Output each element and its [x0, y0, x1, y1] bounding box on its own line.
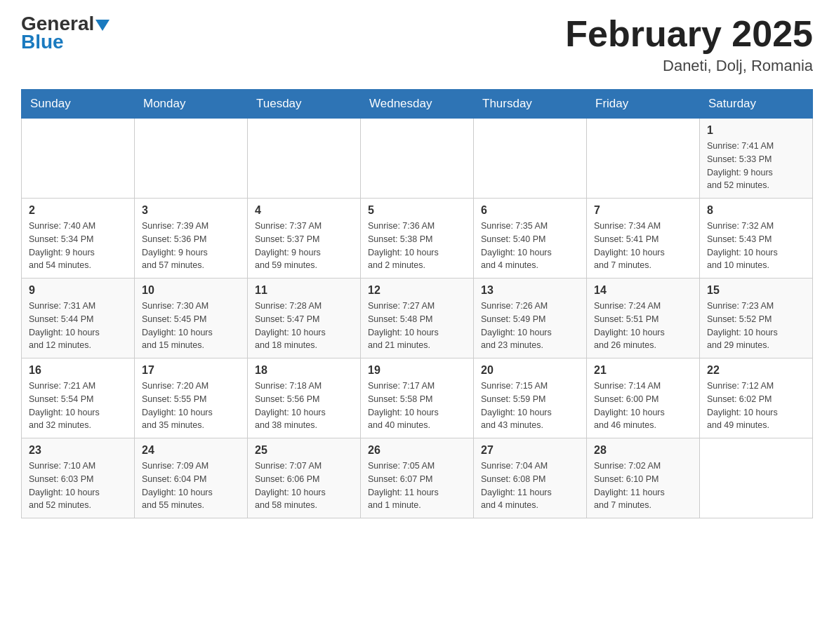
day-info: Sunrise: 7:21 AM Sunset: 5:54 PM Dayligh…	[29, 380, 127, 432]
calendar-row-3: 16Sunrise: 7:21 AM Sunset: 5:54 PM Dayli…	[22, 358, 813, 438]
day-number: 6	[481, 204, 579, 217]
day-info: Sunrise: 7:36 AM Sunset: 5:38 PM Dayligh…	[368, 220, 466, 272]
calendar-cell: 4Sunrise: 7:37 AM Sunset: 5:37 PM Daylig…	[248, 199, 361, 279]
day-number: 13	[481, 284, 579, 297]
day-number: 16	[29, 364, 127, 377]
day-number: 23	[29, 444, 127, 457]
day-number: 14	[594, 284, 692, 297]
calendar-cell: 10Sunrise: 7:30 AM Sunset: 5:45 PM Dayli…	[135, 279, 248, 358]
logo-area: General Blue	[21, 14, 110, 53]
weekday-header-wednesday: Wednesday	[361, 90, 474, 119]
day-info: Sunrise: 7:30 AM Sunset: 5:45 PM Dayligh…	[142, 300, 240, 352]
calendar-cell: 14Sunrise: 7:24 AM Sunset: 5:51 PM Dayli…	[587, 279, 700, 358]
day-info: Sunrise: 7:35 AM Sunset: 5:40 PM Dayligh…	[481, 220, 579, 272]
day-number: 2	[29, 204, 127, 217]
day-info: Sunrise: 7:39 AM Sunset: 5:36 PM Dayligh…	[142, 220, 240, 272]
calendar-row-0: 1Sunrise: 7:41 AM Sunset: 5:33 PM Daylig…	[22, 119, 813, 199]
day-info: Sunrise: 7:40 AM Sunset: 5:34 PM Dayligh…	[29, 220, 127, 272]
calendar-cell: 21Sunrise: 7:14 AM Sunset: 6:00 PM Dayli…	[587, 358, 700, 438]
day-number: 8	[707, 204, 805, 217]
day-number: 28	[594, 444, 692, 457]
weekday-header-row: SundayMondayTuesdayWednesdayThursdayFrid…	[22, 90, 813, 119]
day-info: Sunrise: 7:17 AM Sunset: 5:58 PM Dayligh…	[368, 380, 466, 432]
day-info: Sunrise: 7:07 AM Sunset: 6:06 PM Dayligh…	[255, 459, 353, 512]
weekday-header-thursday: Thursday	[474, 90, 587, 119]
calendar-cell: 19Sunrise: 7:17 AM Sunset: 5:58 PM Dayli…	[361, 358, 474, 438]
calendar-cell: 18Sunrise: 7:18 AM Sunset: 5:56 PM Dayli…	[248, 358, 361, 438]
calendar-cell	[587, 119, 700, 199]
calendar-cell: 12Sunrise: 7:27 AM Sunset: 5:48 PM Dayli…	[361, 279, 474, 358]
day-number: 18	[255, 364, 353, 377]
calendar-cell	[474, 119, 587, 199]
day-info: Sunrise: 7:15 AM Sunset: 5:59 PM Dayligh…	[481, 380, 579, 432]
day-info: Sunrise: 7:31 AM Sunset: 5:44 PM Dayligh…	[29, 300, 127, 352]
day-info: Sunrise: 7:32 AM Sunset: 5:43 PM Dayligh…	[707, 220, 805, 272]
calendar-cell: 24Sunrise: 7:09 AM Sunset: 6:04 PM Dayli…	[135, 438, 248, 518]
month-title: February 2025	[565, 14, 813, 54]
day-number: 11	[255, 284, 353, 297]
day-info: Sunrise: 7:10 AM Sunset: 6:03 PM Dayligh…	[29, 459, 127, 512]
calendar-cell: 20Sunrise: 7:15 AM Sunset: 5:59 PM Dayli…	[474, 358, 587, 438]
calendar-cell	[700, 438, 813, 518]
calendar-cell: 7Sunrise: 7:34 AM Sunset: 5:41 PM Daylig…	[587, 199, 700, 279]
day-number: 10	[142, 284, 240, 297]
weekday-header-saturday: Saturday	[700, 90, 813, 119]
calendar-cell	[248, 119, 361, 199]
day-number: 12	[368, 284, 466, 297]
weekday-header-tuesday: Tuesday	[248, 90, 361, 119]
logo-blue: Blue	[21, 31, 64, 53]
calendar-row-2: 9Sunrise: 7:31 AM Sunset: 5:44 PM Daylig…	[22, 279, 813, 358]
day-number: 15	[707, 284, 805, 297]
calendar-cell: 25Sunrise: 7:07 AM Sunset: 6:06 PM Dayli…	[248, 438, 361, 518]
calendar-cell: 26Sunrise: 7:05 AM Sunset: 6:07 PM Dayli…	[361, 438, 474, 518]
day-info: Sunrise: 7:34 AM Sunset: 5:41 PM Dayligh…	[594, 220, 692, 272]
day-number: 5	[368, 204, 466, 217]
calendar-cell: 22Sunrise: 7:12 AM Sunset: 6:02 PM Dayli…	[700, 358, 813, 438]
calendar-cell	[135, 119, 248, 199]
day-number: 27	[481, 444, 579, 457]
day-info: Sunrise: 7:14 AM Sunset: 6:00 PM Dayligh…	[594, 380, 692, 432]
calendar-row-4: 23Sunrise: 7:10 AM Sunset: 6:03 PM Dayli…	[22, 438, 813, 518]
calendar-row-1: 2Sunrise: 7:40 AM Sunset: 5:34 PM Daylig…	[22, 199, 813, 279]
calendar-cell: 27Sunrise: 7:04 AM Sunset: 6:08 PM Dayli…	[474, 438, 587, 518]
calendar-cell: 28Sunrise: 7:02 AM Sunset: 6:10 PM Dayli…	[587, 438, 700, 518]
day-info: Sunrise: 7:05 AM Sunset: 6:07 PM Dayligh…	[368, 459, 466, 512]
day-info: Sunrise: 7:02 AM Sunset: 6:10 PM Dayligh…	[594, 459, 692, 512]
day-info: Sunrise: 7:23 AM Sunset: 5:52 PM Dayligh…	[707, 300, 805, 352]
day-number: 24	[142, 444, 240, 457]
day-info: Sunrise: 7:09 AM Sunset: 6:04 PM Dayligh…	[142, 459, 240, 512]
calendar-cell: 11Sunrise: 7:28 AM Sunset: 5:47 PM Dayli…	[248, 279, 361, 358]
calendar-cell: 6Sunrise: 7:35 AM Sunset: 5:40 PM Daylig…	[474, 199, 587, 279]
day-info: Sunrise: 7:27 AM Sunset: 5:48 PM Dayligh…	[368, 300, 466, 352]
day-number: 19	[368, 364, 466, 377]
day-info: Sunrise: 7:28 AM Sunset: 5:47 PM Dayligh…	[255, 300, 353, 352]
day-number: 3	[142, 204, 240, 217]
calendar-cell: 13Sunrise: 7:26 AM Sunset: 5:49 PM Dayli…	[474, 279, 587, 358]
calendar-cell: 2Sunrise: 7:40 AM Sunset: 5:34 PM Daylig…	[22, 199, 135, 279]
weekday-header-sunday: Sunday	[22, 90, 135, 119]
day-info: Sunrise: 7:24 AM Sunset: 5:51 PM Dayligh…	[594, 300, 692, 352]
location-title: Daneti, Dolj, Romania	[565, 57, 813, 75]
calendar-cell: 16Sunrise: 7:21 AM Sunset: 5:54 PM Dayli…	[22, 358, 135, 438]
day-number: 21	[594, 364, 692, 377]
calendar-cell	[361, 119, 474, 199]
calendar-cell: 1Sunrise: 7:41 AM Sunset: 5:33 PM Daylig…	[700, 119, 813, 199]
day-info: Sunrise: 7:18 AM Sunset: 5:56 PM Dayligh…	[255, 380, 353, 432]
day-number: 7	[594, 204, 692, 217]
day-number: 1	[707, 124, 805, 137]
day-number: 26	[368, 444, 466, 457]
day-number: 4	[255, 204, 353, 217]
calendar-cell: 23Sunrise: 7:10 AM Sunset: 6:03 PM Dayli…	[22, 438, 135, 518]
day-number: 9	[29, 284, 127, 297]
logo-triangle-icon	[95, 20, 110, 31]
calendar-cell: 5Sunrise: 7:36 AM Sunset: 5:38 PM Daylig…	[361, 199, 474, 279]
day-info: Sunrise: 7:26 AM Sunset: 5:49 PM Dayligh…	[481, 300, 579, 352]
day-info: Sunrise: 7:12 AM Sunset: 6:02 PM Dayligh…	[707, 380, 805, 432]
day-info: Sunrise: 7:37 AM Sunset: 5:37 PM Dayligh…	[255, 220, 353, 272]
calendar-cell: 17Sunrise: 7:20 AM Sunset: 5:55 PM Dayli…	[135, 358, 248, 438]
day-number: 20	[481, 364, 579, 377]
day-info: Sunrise: 7:41 AM Sunset: 5:33 PM Dayligh…	[707, 140, 805, 192]
calendar-cell: 8Sunrise: 7:32 AM Sunset: 5:43 PM Daylig…	[700, 199, 813, 279]
calendar-cell: 3Sunrise: 7:39 AM Sunset: 5:36 PM Daylig…	[135, 199, 248, 279]
calendar-table: SundayMondayTuesdayWednesdayThursdayFrid…	[21, 89, 813, 518]
